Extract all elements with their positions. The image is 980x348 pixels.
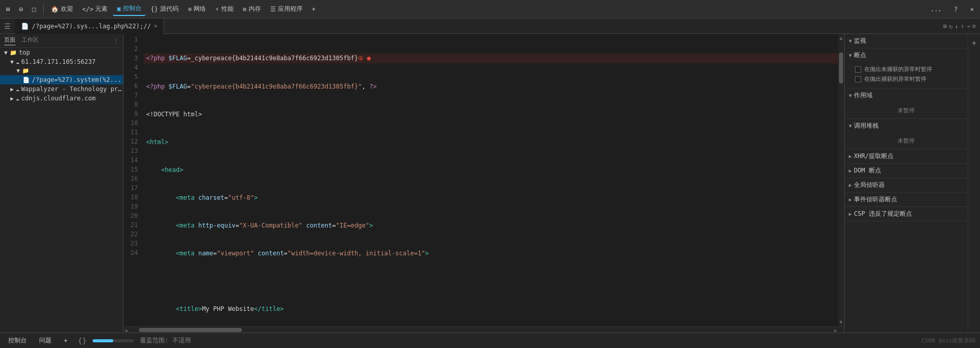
new-tab-icon: ⊞ xyxy=(6,6,10,13)
tab-performance[interactable]: ⚡ 性能 xyxy=(211,3,237,15)
vscroll-thumb[interactable] xyxy=(839,53,843,83)
code-line-10: <title>My PHP Website</title> xyxy=(144,304,838,314)
status-braces: {} xyxy=(78,337,86,345)
tree-item-top[interactable]: ▼ 📁 top xyxy=(0,48,123,57)
down-icon[interactable]: ↓ xyxy=(955,23,958,30)
vscroll-down-arrow[interactable]: ▼ xyxy=(838,318,844,326)
tree-label-file: /?page=%27).system(%2... xyxy=(32,76,121,83)
add-tab-icon: + xyxy=(312,6,316,13)
editor-hscrollbar-thumb[interactable] xyxy=(139,328,242,332)
scope-label: 作用域 xyxy=(854,91,872,100)
code-line-9 xyxy=(144,276,838,286)
section-xhr-header[interactable]: ▶ XHR/提取断点 xyxy=(845,149,968,163)
callstack-arrow-icon: ▼ xyxy=(849,123,852,129)
tree-label-top: top xyxy=(19,49,30,56)
section-event: ▶ 事件侦听器断点 xyxy=(845,193,968,207)
application-icon: ☰ xyxy=(270,6,276,13)
section-callstack-header[interactable]: ▼ 调用堆栈 xyxy=(845,119,968,133)
section-global: ▶ 全局侦听器 xyxy=(845,178,968,193)
tree-item-folder[interactable]: ▼ 📁 xyxy=(0,66,123,75)
filetree-tab-workspace[interactable]: 工作区 xyxy=(22,36,39,45)
dom-label: DOM 断点 xyxy=(854,166,881,175)
editor-hscrollbar[interactable]: ◀ ▶ xyxy=(124,326,844,333)
status-bar-left: 控制台 问题 + xyxy=(4,334,72,347)
progress-fill xyxy=(93,339,113,342)
section-csp: ▶ CSP 违反了规定断点 xyxy=(845,207,968,221)
tree-item-cdnjs[interactable]: ▶ ☁ cdnjs.cloudflare.com xyxy=(0,94,123,103)
global-arrow-icon: ▶ xyxy=(849,182,852,188)
tab-application[interactable]: ☰ 应用程序 xyxy=(266,3,307,15)
checkbox-row-1[interactable]: 在抛出未捕获的异常时暂停 xyxy=(855,64,964,74)
filetree-more-icon[interactable]: ⋮ xyxy=(113,38,119,44)
code-lines: <?php $FLAG=_cyberpeace{b4b21441c9e8aba7… xyxy=(144,34,838,326)
tab3-icon: □ xyxy=(32,6,36,13)
tab-memory[interactable]: ⚙ 内存 xyxy=(239,3,265,15)
tab-add[interactable]: + xyxy=(308,4,320,15)
section-event-header[interactable]: ▶ 事件侦听器断点 xyxy=(845,193,968,206)
cdnjs-expand-icon: ▶ xyxy=(10,95,14,102)
cloud-expand-icon: ▼ xyxy=(10,59,14,65)
editor-vscrollbar[interactable]: ▲ ▼ xyxy=(838,34,844,326)
tree-item-wappalyzer[interactable]: ▶ ☁ Wappalyzer - Technology pro... xyxy=(0,84,123,94)
section-global-header[interactable]: ▶ 全局侦听器 xyxy=(845,178,968,192)
toolbar-tab-new[interactable]: ⊞ xyxy=(2,4,14,15)
checkbox-caught[interactable] xyxy=(855,76,861,82)
active-tab[interactable]: 📄 /?page=%27).sys...lag.php%22);// ✕ xyxy=(15,19,164,34)
disable-icon[interactable]: ⊘ xyxy=(972,23,976,30)
far-right-panel: + xyxy=(968,34,980,333)
watch-arrow-icon: ▼ xyxy=(849,38,852,44)
tab-elements[interactable]: </> 元素 xyxy=(78,3,112,15)
tab-console[interactable]: ▣ 控制台 xyxy=(113,2,145,16)
code-line-1: <?php $FLAG=_cyberpeace{b4b21441c9e8aba7… xyxy=(144,54,838,63)
up-icon[interactable]: ↑ xyxy=(960,23,964,30)
toolbar-tab-2[interactable]: ⊟ xyxy=(15,4,27,15)
vscroll-up-arrow[interactable]: ▲ xyxy=(838,34,844,42)
add-watch-btn[interactable]: + xyxy=(972,38,977,48)
callstack-label: 调用堆栈 xyxy=(854,121,879,130)
checkbox-row-2[interactable]: 在抛出捕获的异常时暂停 xyxy=(855,74,964,84)
close-devtools-btn[interactable]: ✕ xyxy=(966,4,978,15)
toolbar-tab-3[interactable]: □ xyxy=(28,4,40,15)
checkbox-uncaught[interactable] xyxy=(855,66,861,73)
hscroll-left-arrow[interactable]: ◀ xyxy=(125,328,127,333)
section-csp-header[interactable]: ▶ CSP 违反了规定断点 xyxy=(845,207,968,221)
status-console-btn[interactable]: 控制台 xyxy=(4,334,31,347)
dock-icon[interactable]: ⊞ xyxy=(943,23,947,30)
tab-list-icon[interactable]: ☰ xyxy=(0,22,15,30)
status-issues-btn[interactable]: 问题 xyxy=(35,334,56,347)
separator-1 xyxy=(43,4,44,14)
section-watch-header[interactable]: ▼ 监视 xyxy=(845,34,968,48)
tab-network[interactable]: ≋ 网络 xyxy=(184,3,210,15)
status-add-btn[interactable]: + xyxy=(60,335,72,346)
right-icon[interactable]: → xyxy=(967,23,970,30)
section-dom-header[interactable]: ▶ DOM 断点 xyxy=(845,164,968,178)
tree-item-file[interactable]: 📄 /?page=%27).system(%2... xyxy=(0,75,123,84)
filetree-tab-page[interactable]: 页面 xyxy=(4,36,15,45)
watermark-text: CSDN @sxz能量原86 xyxy=(921,337,976,344)
tab-file-icon: 📄 xyxy=(21,23,29,30)
section-breakpoints: ▼ 断点 在抛出未捕获的异常时暂停 在抛出捕获的异常时暂停 xyxy=(845,48,968,89)
tree-label-server: 61.147.171.105:56237 xyxy=(21,58,96,65)
tab-home[interactable]: 🏠 欢迎 xyxy=(47,3,77,15)
section-scope: ▼ 作用域 未暂停 xyxy=(845,89,968,119)
tab-sources[interactable]: {} 源代码 xyxy=(147,3,183,15)
code-line-3: <!DOCTYPE html> xyxy=(144,110,838,119)
global-label: 全局侦听器 xyxy=(854,181,885,189)
code-line-7: <meta http-equiv="X-UA-Compatible" conte… xyxy=(144,221,838,230)
hscroll-right-arrow[interactable]: ▶ xyxy=(834,328,837,333)
performance-icon: ⚡ xyxy=(215,6,219,13)
network-icon: ≋ xyxy=(188,6,191,13)
tree-item-server[interactable]: ▼ ☁ 61.147.171.105:56237 xyxy=(0,57,123,66)
main-layout: 页面 工作区 ⋮ ▼ 📁 top ▼ ☁ 61.147.171.105:5623… xyxy=(0,34,980,333)
more-options-btn[interactable]: ... xyxy=(926,4,946,15)
help-btn[interactable]: ? xyxy=(950,4,962,15)
file-tree-panel: 页面 工作区 ⋮ ▼ 📁 top ▼ ☁ 61.147.171.105:5623… xyxy=(0,34,124,333)
section-scope-header[interactable]: ▼ 作用域 xyxy=(845,89,968,102)
refresh-icon[interactable]: ↻ xyxy=(949,23,953,30)
tab-close-btn[interactable]: ✕ xyxy=(154,23,157,29)
section-watch: ▼ 监视 xyxy=(845,34,968,48)
section-breakpoints-header[interactable]: ▼ 断点 xyxy=(845,48,968,62)
code-line-6: <meta charset="utf-8"> xyxy=(144,193,838,202)
coverage-text: 覆盖范围: 不适用 xyxy=(140,336,190,345)
code-content[interactable]: 12345 678910 1112131415 1617181920 21222… xyxy=(124,34,844,326)
